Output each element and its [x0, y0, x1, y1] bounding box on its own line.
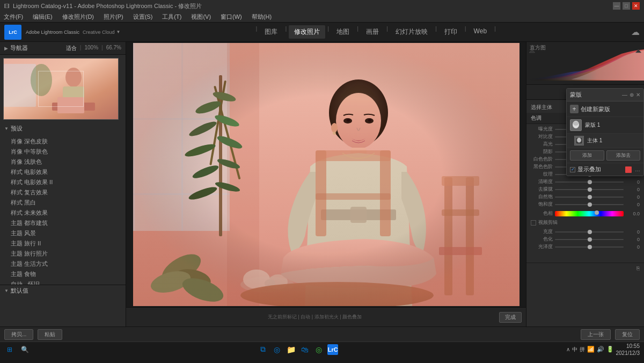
- mask-dot-menu[interactable]: …: [635, 166, 640, 172]
- show-overlay-checkbox[interactable]: ✓: [570, 167, 575, 172]
- taskview-icon[interactable]: ⧉: [258, 344, 268, 355]
- gloss-track[interactable]: [555, 246, 624, 248]
- menu-settings[interactable]: 设置(S): [131, 13, 155, 21]
- mask-item-1[interactable]: 蒙版 1: [567, 117, 643, 134]
- mask-minimize-button[interactable]: —: [622, 92, 627, 98]
- shadows-label: 阴影: [531, 148, 555, 155]
- preset-item[interactable]: 样式 复古效果: [0, 187, 126, 198]
- dehaze-row: 去朦胧 0: [531, 186, 640, 193]
- paste-button[interactable]: 粘贴: [38, 329, 62, 340]
- svg-point-2: [31, 64, 52, 96]
- clarity-label: 清晰度: [531, 178, 555, 185]
- preset-item[interactable]: 样式 黑白: [0, 198, 126, 208]
- mixamt-row: 充度 0: [531, 228, 640, 235]
- vibrance-thumb[interactable]: [588, 195, 592, 199]
- preset-item[interactable]: 主题 旅行 II: [0, 238, 126, 249]
- preset-item[interactable]: 样式 未来效果: [0, 208, 126, 218]
- menu-develop[interactable]: 修改照片(D): [61, 13, 96, 21]
- navigator-thumbnail[interactable]: [0, 55, 126, 123]
- main-photo-area[interactable]: [126, 42, 526, 307]
- menu-file[interactable]: 文件(F): [2, 13, 25, 21]
- preset-item[interactable]: 主题 都市建筑: [0, 218, 126, 228]
- edge-icon[interactable]: ◎: [272, 344, 282, 355]
- menu-window[interactable]: 窗口(W): [219, 13, 244, 21]
- store-icon[interactable]: 🛍: [299, 344, 310, 355]
- colorize-track[interactable]: [555, 239, 624, 240]
- menu-view[interactable]: 视图(V): [189, 13, 213, 21]
- preset-item[interactable]: 主题 食物: [0, 269, 126, 279]
- module-library[interactable]: 图库: [259, 25, 283, 39]
- module-web[interactable]: Web: [469, 25, 492, 39]
- reset-button[interactable]: 复位: [615, 329, 640, 340]
- create-mask-button[interactable]: + 创建新蒙版: [567, 101, 643, 117]
- volume-icon[interactable]: 🔊: [597, 346, 604, 353]
- mixamt-track[interactable]: [555, 231, 624, 233]
- mask-subject-item[interactable]: 主体 1: [567, 134, 643, 148]
- explorer-icon[interactable]: 📁: [286, 344, 296, 355]
- preset-item[interactable]: 肖像 深色皮肤: [0, 136, 126, 147]
- mask-add-button[interactable]: 添加: [570, 150, 604, 161]
- chevron-icon[interactable]: ∧: [566, 346, 570, 352]
- minimize-button[interactable]: —: [613, 2, 620, 10]
- prev-button[interactable]: 上一张: [581, 329, 611, 340]
- preset-item[interactable]: 样式 电影效果 II: [0, 177, 126, 187]
- preset-item[interactable]: 自动 - 怀旧: [0, 279, 126, 285]
- wifi-icon[interactable]: 📶: [587, 346, 595, 353]
- dehaze-thumb[interactable]: [588, 187, 592, 192]
- clarity-track[interactable]: [555, 182, 624, 183]
- mixamt-thumb[interactable]: [588, 230, 592, 234]
- lrc-taskbar-icon[interactable]: LrC: [327, 344, 338, 355]
- module-develop[interactable]: 修改照片: [289, 25, 325, 39]
- copy-button[interactable]: 拷贝...: [4, 329, 33, 340]
- navigator-header: ▶ 导航器 适合 | 100% | 66.7%: [0, 42, 126, 55]
- preset-item[interactable]: 肖像 浅肤色: [0, 157, 126, 167]
- zoom-100[interactable]: 100%: [84, 45, 98, 52]
- green-app-icon[interactable]: ◎: [313, 344, 324, 355]
- colorgrading-checkbox[interactable]: [531, 220, 536, 226]
- colorize-thumb[interactable]: [588, 237, 592, 242]
- maximize-button[interactable]: □: [623, 2, 630, 10]
- title-bar-controls[interactable]: — □ ✕: [613, 2, 640, 10]
- close-button[interactable]: ✕: [632, 2, 640, 10]
- film-done-button[interactable]: 完成: [499, 312, 522, 323]
- module-slideshow[interactable]: 幻灯片放映: [390, 25, 433, 39]
- search-icon[interactable]: 🔍: [19, 344, 30, 355]
- module-print[interactable]: 打印: [439, 25, 463, 39]
- svg-rect-58: [133, 43, 519, 306]
- menu-edit[interactable]: 编辑(E): [31, 13, 54, 21]
- cloud-icon[interactable]: ☁: [631, 27, 640, 37]
- copy-icon-row: ⎘: [526, 263, 644, 273]
- zoom-fit[interactable]: 适合: [66, 45, 77, 52]
- saturation-track[interactable]: [555, 204, 624, 205]
- preset-section-header[interactable]: ▼ 预设: [0, 123, 126, 134]
- module-map[interactable]: 地图: [331, 25, 355, 39]
- menu-help[interactable]: 帮助(H): [250, 13, 273, 21]
- menu-photo[interactable]: 照片(P): [102, 13, 125, 21]
- film-controls: 无之前所标记 | 自动 | 添加初光火 | 颜色叠加 完成: [130, 312, 522, 323]
- clock: 10:55: [616, 343, 640, 350]
- overlay-color-dot[interactable]: [625, 166, 632, 173]
- hue-gradient[interactable]: [555, 211, 624, 216]
- clarity-thumb[interactable]: [588, 180, 592, 184]
- preset-item[interactable]: 肖像 中等肤色: [0, 147, 126, 157]
- menu-tools[interactable]: 工具(T): [160, 13, 183, 21]
- preset-item[interactable]: 主题 生活方式: [0, 259, 126, 269]
- nav-thumb-image[interactable]: [3, 58, 119, 120]
- dehaze-track[interactable]: [555, 189, 624, 190]
- preset-item[interactable]: 样式 电影效果: [0, 167, 126, 177]
- mask-options-button[interactable]: ⊕: [630, 92, 634, 98]
- defaults-header[interactable]: ▼ 默认值: [0, 285, 126, 296]
- copy-icon[interactable]: ⎘: [636, 265, 640, 271]
- mask-close-button[interactable]: ✕: [636, 92, 640, 98]
- saturation-thumb[interactable]: [588, 202, 592, 207]
- windows-icon[interactable]: ⊞: [4, 344, 15, 355]
- preset-item[interactable]: 主题 风景: [0, 228, 126, 238]
- preset-item[interactable]: 主题 旅行照片: [0, 249, 126, 259]
- gloss-thumb[interactable]: [588, 245, 592, 249]
- hue-thumb[interactable]: [595, 210, 599, 215]
- mask-subtract-button[interactable]: 添加去: [606, 150, 641, 161]
- module-book[interactable]: 画册: [361, 25, 384, 39]
- vibrance-track[interactable]: [555, 197, 624, 198]
- zoom-67[interactable]: 66.7%: [106, 45, 121, 52]
- svg-point-64: [577, 138, 581, 143]
